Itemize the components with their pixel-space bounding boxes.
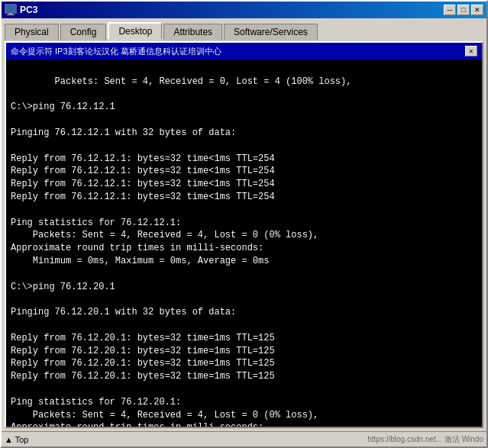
cmd-title-bar: 命令提示符 IP3刻客论坛汉化 葛桥通信息科认证培训中心 × — [6, 43, 482, 60]
title-buttons: ─ □ ✕ — [444, 5, 483, 15]
tab-config[interactable]: Config — [60, 24, 107, 40]
title-bar: PC3 ─ □ ✕ — [2, 2, 486, 18]
svg-rect-2 — [8, 13, 13, 15]
cmd-close-button[interactable]: × — [465, 46, 477, 56]
tab-physical[interactable]: Physical — [5, 24, 59, 40]
close-button[interactable]: ✕ — [471, 5, 483, 15]
tab-desktop[interactable]: Desktop — [108, 22, 162, 39]
window-icon — [5, 4, 17, 16]
title-bar-left: PC3 — [5, 4, 37, 16]
window-title: PC3 — [20, 5, 37, 15]
tab-software-services[interactable]: Software/Services — [224, 24, 318, 40]
cmd-title-text: 命令提示符 IP3刻客论坛汉化 葛桥通信息科认证培训中心 — [11, 46, 221, 57]
tab-attributes[interactable]: Attributes — [163, 24, 222, 40]
svg-rect-1 — [6, 5, 15, 12]
svg-rect-3 — [7, 15, 15, 15]
top-button[interactable]: ▲ Top — [5, 435, 28, 444]
maximize-button[interactable]: □ — [457, 5, 470, 15]
tab-bar: Physical Config Desktop Attributes Softw… — [2, 18, 486, 38]
cmd-output: Packets: Sent = 4, Received = 0, Lost = … — [11, 76, 351, 427]
minimize-button[interactable]: ─ — [444, 5, 456, 15]
cmd-window: 命令提示符 IP3刻客论坛汉化 葛桥通信息科认证培训中心 × Packets: … — [5, 41, 483, 428]
watermark-text: https://blog.csdn.net... 激活 Windo — [367, 434, 483, 445]
cmd-body[interactable]: Packets: Sent = 4, Received = 0, Lost = … — [6, 60, 482, 427]
bottom-bar: ▲ Top https://blog.csdn.net... 激活 Windo — [2, 431, 486, 446]
content-area: 命令提示符 IP3刻客论坛汉化 葛桥通信息科认证培训中心 × Packets: … — [2, 38, 486, 431]
main-window: PC3 ─ □ ✕ Physical Config Desktop Attrib… — [0, 0, 488, 448]
